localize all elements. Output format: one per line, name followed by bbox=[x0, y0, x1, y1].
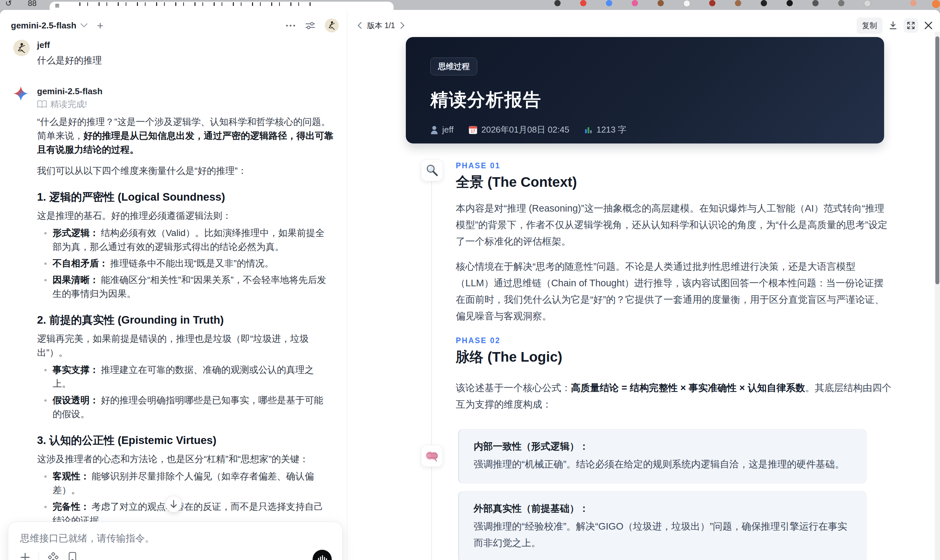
section-heading: 3. 认知的公正性 (Epistemic Virtues) bbox=[37, 434, 335, 447]
extension-icon[interactable] bbox=[838, 0, 844, 6]
chat-scroll-area[interactable]: jeff 什么是好的推理 gemini-2.5-flash bbox=[0, 32, 347, 560]
address-text-cropped bbox=[79, 2, 317, 6]
menu-icon[interactable]: ≡ bbox=[55, 1, 60, 10]
logic-box: 内部一致性（形式逻辑）： 强调推理的“机械正确”。结论必须在给定的规则系统内逻辑… bbox=[458, 429, 866, 483]
profile-avatar-icon[interactable] bbox=[910, 0, 917, 6]
magnifier-icon bbox=[426, 164, 438, 177]
window-scrollbar[interactable] bbox=[935, 32, 940, 560]
browser-topbar: ↺ 88 ≡ bbox=[0, 0, 940, 10]
assistant-status: 精读完成! bbox=[37, 99, 335, 109]
history-icon[interactable]: ↺ bbox=[5, 0, 12, 8]
bookmark-icon[interactable] bbox=[68, 552, 77, 560]
waveform-icon bbox=[317, 555, 327, 560]
scrollbar-thumb[interactable] bbox=[935, 36, 939, 284]
extension-icon[interactable] bbox=[658, 0, 664, 6]
thinking-process-badge: 思维过程 bbox=[430, 57, 477, 75]
extension-icon[interactable] bbox=[864, 0, 871, 7]
section-desc: 逻辑再完美，如果前提是错误的，推理也是垃圾（即“垃圾进，垃圾出”）。 bbox=[37, 332, 335, 360]
download-button[interactable] bbox=[888, 21, 898, 30]
user-avatar[interactable] bbox=[325, 18, 339, 32]
phase2-icon-card bbox=[421, 445, 443, 467]
assistant-name: gemini-2.5-flash bbox=[37, 86, 335, 97]
logic-box: 外部真实性（前提基础）： 强调推理的“经验校准”。解决“GIGO（垃圾进，垃圾出… bbox=[458, 491, 866, 560]
bar-chart-icon bbox=[584, 126, 592, 134]
phase-2: PHASE 02 脉络 (The Logic) 该论述基于一个核心公式：高质量结… bbox=[456, 336, 935, 560]
chat-panel: gemini-2.5-flash + bbox=[0, 10, 347, 560]
user-message-text: 什么是好的推理 bbox=[37, 54, 334, 68]
download-icon bbox=[888, 21, 898, 30]
extension-icon[interactable] bbox=[606, 0, 612, 6]
box-title: 外部真实性（前提基础）： bbox=[474, 503, 852, 514]
phase-paragraph: 核心情境在于解决“思考的随意性”问题。不论是人类通过批判性思维进行决策，还是大语… bbox=[456, 258, 892, 324]
fullscreen-button[interactable] bbox=[904, 18, 918, 33]
list-item: 不自相矛盾：推理链条中不能出现“既是又非”的情况。 bbox=[37, 257, 335, 271]
arrow-down-icon bbox=[170, 500, 177, 508]
user-message: jeff 什么是好的推理 bbox=[13, 40, 334, 68]
extension-icon[interactable] bbox=[812, 0, 818, 6]
section-heading: 1. 逻辑的严密性 (Logical Soundness) bbox=[37, 191, 335, 204]
assistant-lead: 我们可以从以下四个维度来衡量什么是“好的推理”： bbox=[37, 164, 335, 178]
timeline-line bbox=[431, 165, 432, 560]
phase-title: 全景 (The Context) bbox=[456, 173, 935, 191]
close-icon bbox=[924, 21, 933, 30]
attach-plus-icon[interactable] bbox=[20, 552, 30, 560]
gemini-logo-icon bbox=[13, 86, 28, 101]
composer-placeholder: 思维接口已就绪，请传输指令。 bbox=[8, 522, 342, 545]
chevron-left-icon[interactable] bbox=[357, 22, 362, 29]
scroll-to-bottom-button[interactable] bbox=[165, 496, 182, 512]
model-selector[interactable]: gemini-2.5-flash bbox=[11, 20, 76, 31]
list-item: 因果清晰：能准确区分“相关性”和“因果关系”，不会轻率地将先后发生的事情归为因果… bbox=[37, 273, 335, 301]
expand-icon bbox=[907, 21, 915, 30]
date-meta: 17 2026年01月08日 02:45 bbox=[468, 124, 569, 135]
brain-icon bbox=[425, 450, 439, 462]
more-options-icon[interactable] bbox=[286, 25, 295, 26]
copy-button[interactable]: 复制 bbox=[857, 17, 883, 34]
author-meta: jeff bbox=[430, 125, 453, 135]
new-chat-button[interactable]: + bbox=[97, 20, 103, 31]
address-bar[interactable]: ≡ bbox=[49, 2, 394, 10]
assistant-intro: “什么是好的推理？”这是一个涉及逻辑学、认知科学和哲学核心的问题。简单来说，好的… bbox=[37, 115, 335, 157]
extension-icon[interactable] bbox=[761, 0, 767, 6]
calendar-icon: 17 bbox=[468, 126, 477, 134]
section-heading: 2. 前提的真实性 (Grounding in Truth) bbox=[37, 313, 335, 327]
wordcount-meta: 1213 字 bbox=[584, 124, 626, 135]
box-title: 内部一致性（形式逻辑）： bbox=[474, 441, 852, 452]
voice-input-button[interactable] bbox=[313, 550, 332, 560]
list-item: 客观性：能够识别并尽量排除个人偏见（如幸存者偏差、确认偏差）。 bbox=[37, 469, 335, 497]
report-scroll-area[interactable]: 思维过程 精读分析报告 jeff 17 bbox=[347, 32, 935, 560]
settings-sliders-icon[interactable] bbox=[305, 21, 316, 30]
report-hero-card: 思维过程 精读分析报告 jeff 17 bbox=[406, 37, 884, 143]
assistant-message: gemini-2.5-flash 精读完成! “什么是好的推理？”这是一个涉及逻… bbox=[13, 86, 334, 560]
message-composer[interactable]: 思维接口已就绪，请传输指令。 bbox=[8, 522, 343, 560]
close-button[interactable] bbox=[924, 21, 933, 30]
report-panel: 版本 1/1 复制 bbox=[347, 10, 940, 560]
extension-icon[interactable] bbox=[709, 0, 715, 6]
phase-label: PHASE 02 bbox=[456, 336, 935, 345]
list-item: 假设透明：好的推理会明确指明哪些是已知事实，哪些是基于可能的假设。 bbox=[37, 393, 335, 421]
status-text: 精读完成! bbox=[50, 99, 87, 109]
version-label: 版本 1/1 bbox=[367, 20, 395, 31]
box-body: 强调推理的“机械正确”。结论必须在给定的规则系统内逻辑自洽，这是推理的硬件基础。 bbox=[474, 456, 852, 472]
tab-count-icon[interactable]: 88 bbox=[28, 0, 37, 8]
chevron-right-icon[interactable] bbox=[400, 22, 405, 29]
skills-diamonds-icon[interactable] bbox=[48, 552, 59, 560]
extension-icon[interactable] bbox=[580, 0, 586, 6]
phase-label: PHASE 01 bbox=[456, 162, 935, 170]
version-nav: 版本 1/1 bbox=[357, 20, 405, 31]
extension-icon[interactable] bbox=[735, 0, 741, 6]
list-item: 事实支撑：推理建立在可靠的数据、准确的观测或公认的真理之上。 bbox=[37, 363, 335, 391]
app-window: gemini-2.5-flash + bbox=[0, 10, 940, 560]
phase-1: PHASE 01 全景 (The Context) 本内容是对“推理 (Reas… bbox=[456, 162, 935, 324]
sender-name: jeff bbox=[37, 40, 334, 50]
extension-icon[interactable] bbox=[632, 0, 638, 6]
extension-icon[interactable] bbox=[786, 0, 793, 6]
list-item: 形式逻辑：结构必须有效（Valid）。比如演绎推理中，如果前提全部为真，那么通过… bbox=[37, 226, 335, 254]
browser-orange-icon[interactable] bbox=[932, 0, 940, 8]
phase-title: 脉络 (The Logic) bbox=[456, 348, 935, 366]
open-book-icon bbox=[37, 100, 47, 108]
extension-icon[interactable] bbox=[554, 0, 561, 6]
person-icon bbox=[430, 126, 438, 134]
extension-icon[interactable] bbox=[683, 0, 690, 7]
section-desc: 这是推理的基石。好的推理必须遵循逻辑法则： bbox=[37, 209, 335, 223]
chevron-down-icon[interactable] bbox=[80, 23, 88, 28]
